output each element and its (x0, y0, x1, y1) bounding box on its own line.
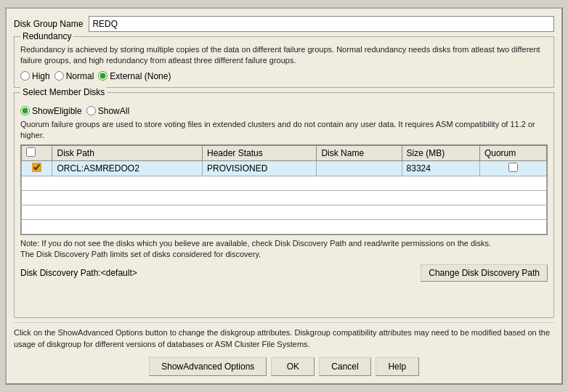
show-all-text: ShowAll (98, 106, 129, 116)
select-all-checkbox[interactable] (26, 147, 36, 157)
disk-group-name-label: Disk Group Name (14, 19, 83, 29)
bottom-note: Click on the ShowAdvanced Options button… (14, 322, 554, 350)
quorum-note: Quorum failure groups are used to store … (20, 119, 548, 142)
row-quorum-cell[interactable] (479, 160, 546, 176)
col-size-mb: Size (MB) (402, 145, 479, 160)
help-button[interactable]: Help (376, 357, 419, 376)
table-row: ORCL:ASMREDOO2 PROVISIONED 83324 (22, 160, 547, 176)
note-text: Note: If you do not see the disks which … (20, 238, 548, 261)
empty-row-2 (22, 190, 547, 205)
discovery-path-row: Disk Discovery Path:<default> Change Dis… (20, 264, 548, 282)
redundancy-description: Redundancy is achieved by storing multip… (20, 44, 548, 67)
show-all-radio[interactable] (86, 106, 96, 115)
ok-button[interactable]: OK (271, 357, 315, 376)
table-header-row: Disk Path Header Status Disk Name Size (… (22, 145, 547, 160)
disk-table-wrapper[interactable]: Disk Path Header Status Disk Name Size (… (20, 144, 548, 235)
radio-normal-label[interactable]: Normal (54, 71, 94, 81)
change-discovery-path-button[interactable]: Change Disk Discovery Path (421, 264, 548, 282)
disk-group-name-input[interactable] (89, 16, 554, 32)
redundancy-options-row: High Normal External (None) (20, 71, 548, 81)
main-dialog: Disk Group Name Redundancy Redundancy is… (5, 7, 563, 385)
radio-external-text: External (None) (110, 71, 171, 81)
row-disk-name (317, 160, 402, 176)
radio-normal-text: Normal (66, 71, 94, 81)
row-header-status: PROVISIONED (202, 160, 316, 176)
col-quorum: Quorum (479, 145, 546, 160)
row-quorum-checkbox[interactable] (508, 163, 518, 172)
redundancy-group: Redundancy Redundancy is achieved by sto… (14, 36, 554, 88)
radio-high[interactable] (20, 71, 30, 81)
member-disks-group: Select Member Disks ShowEligible ShowAll… (14, 92, 554, 318)
discovery-path-label: Disk Discovery Path:<default> (20, 268, 137, 278)
empty-row-1 (22, 176, 547, 190)
radio-high-text: High (32, 71, 50, 81)
show-options-row: ShowEligible ShowAll (20, 106, 548, 116)
radio-external-label[interactable]: External (None) (98, 71, 171, 81)
cancel-button[interactable]: Cancel (319, 357, 370, 376)
member-disks-content: ShowEligible ShowAll Quorum failure grou… (20, 100, 548, 282)
redundancy-title: Redundancy (20, 31, 73, 41)
col-disk-path: Disk Path (52, 145, 202, 160)
row-size-mb: 83324 (402, 160, 479, 176)
show-advanced-button[interactable]: ShowAdvanced Options (149, 357, 267, 376)
row-checkbox-cell[interactable] (22, 160, 52, 176)
redundancy-desc-text: Redundancy is achieved by storing multip… (20, 45, 540, 65)
member-disks-title: Select Member Disks (20, 87, 107, 97)
show-all-label[interactable]: ShowAll (86, 106, 129, 116)
row-checkbox[interactable] (32, 163, 41, 172)
col-checkbox (22, 145, 52, 160)
radio-high-label[interactable]: High (20, 71, 50, 81)
show-eligible-radio[interactable] (20, 106, 30, 115)
radio-normal[interactable] (54, 71, 64, 81)
disk-table: Disk Path Header Status Disk Name Size (… (21, 145, 547, 234)
col-header-status: Header Status (202, 145, 316, 160)
empty-row-3 (22, 205, 547, 219)
radio-external[interactable] (98, 71, 107, 81)
button-row: ShowAdvanced Options OK Cancel Help (14, 354, 554, 376)
show-eligible-label[interactable]: ShowEligible (20, 106, 82, 116)
disk-group-name-row: Disk Group Name (14, 16, 554, 32)
show-eligible-text: ShowEligible (32, 106, 82, 116)
row-disk-path: ORCL:ASMREDOO2 (52, 160, 202, 176)
col-disk-name: Disk Name (317, 145, 402, 160)
empty-row-4 (22, 219, 547, 234)
